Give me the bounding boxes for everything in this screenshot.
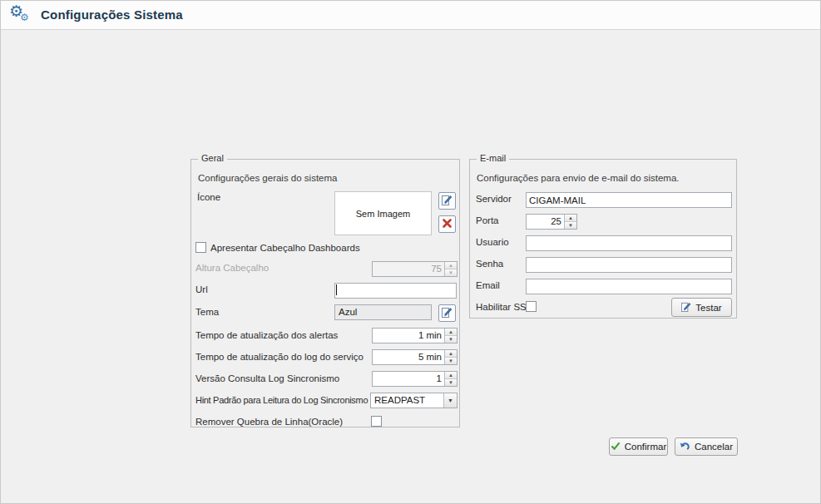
hint-padrao-dropdown[interactable]: READPAST ▼ bbox=[370, 393, 457, 408]
undo-arrow-icon bbox=[680, 441, 690, 452]
apresentar-cabecalho-label: Apresentar Cabeçalho Dashboards bbox=[210, 243, 360, 253]
geral-groupbox: Geral Configurações gerais do sistema Íc… bbox=[190, 159, 460, 427]
confirmar-button-label: Confirmar bbox=[625, 442, 666, 452]
cancelar-button-label: Cancelar bbox=[695, 442, 733, 452]
geral-description: Configurações gerais do sistema bbox=[198, 173, 337, 183]
versao-consulta-spinner[interactable]: 1 ▲ ▼ bbox=[372, 371, 457, 387]
spin-up-button[interactable]: ▲ bbox=[565, 215, 576, 222]
spin-up-button[interactable]: ▲ bbox=[445, 372, 457, 379]
senha-label: Senha bbox=[476, 259, 503, 269]
hint-padrao-value: READPAST bbox=[371, 393, 443, 408]
delete-x-icon bbox=[442, 217, 453, 232]
remover-quebra-label: Remover Quebra de Linha(Oracle) bbox=[195, 417, 343, 427]
page-title: Configurações Sistema bbox=[41, 7, 183, 22]
spin-up-button: ▲ bbox=[445, 262, 457, 269]
tema-field: Azul bbox=[334, 304, 432, 320]
email-groupbox: E-mail Configurações para envio de e-mai… bbox=[469, 159, 737, 319]
tema-value: Azul bbox=[339, 307, 357, 317]
tema-label: Tema bbox=[195, 307, 219, 317]
url-label: Url bbox=[195, 284, 208, 294]
edit-icone-button[interactable] bbox=[438, 192, 456, 210]
test-mail-icon bbox=[681, 302, 691, 314]
porta-spinner[interactable]: 25 ▲ ▼ bbox=[526, 214, 577, 230]
altura-cabecalho-label: Altura Cabeçalho bbox=[195, 263, 269, 273]
tempo-log-label: Tempo de atualização do log do serviço bbox=[195, 352, 364, 362]
spin-down-button[interactable]: ▼ bbox=[445, 358, 457, 364]
spin-up-button[interactable]: ▲ bbox=[445, 329, 457, 336]
email-field-label: Email bbox=[476, 280, 500, 290]
icone-label: Ícone bbox=[197, 192, 220, 202]
senha-input[interactable] bbox=[526, 257, 732, 273]
tempo-log-spinner[interactable]: 5 min ▲ ▼ bbox=[372, 349, 457, 365]
spin-down-button: ▼ bbox=[445, 269, 457, 276]
usuario-input[interactable] bbox=[526, 235, 732, 251]
tempo-alertas-spinner[interactable]: 1 min ▲ ▼ bbox=[372, 328, 457, 343]
habilitar-ssl-checkbox[interactable] bbox=[526, 301, 537, 312]
tempo-alertas-label: Tempo de atualização dos alertas bbox=[195, 330, 338, 340]
icone-image-placeholder[interactable]: Sem Imagem bbox=[334, 191, 432, 235]
configuracoes-sistema-window: ⚙ ⚙ Configurações Sistema Geral Configur… bbox=[0, 0, 821, 504]
check-icon bbox=[611, 442, 621, 452]
spin-down-button[interactable]: ▼ bbox=[445, 336, 457, 343]
apresentar-cabecalho-checkbox[interactable] bbox=[195, 242, 206, 253]
servidor-label: Servidor bbox=[476, 194, 512, 204]
remover-quebra-checkbox[interactable] bbox=[371, 416, 382, 427]
porta-value[interactable]: 25 bbox=[527, 215, 564, 229]
tempo-alertas-value[interactable]: 1 min bbox=[373, 329, 444, 343]
email-description: Configurações para envio de e-mail do si… bbox=[477, 173, 680, 183]
geral-groupbox-legend: Geral bbox=[198, 153, 227, 163]
sem-imagem-text: Sem Imagem bbox=[356, 209, 410, 219]
altura-cabecalho-value: 75 bbox=[373, 262, 444, 276]
chevron-down-icon[interactable]: ▼ bbox=[443, 393, 457, 408]
delete-icone-button[interactable] bbox=[438, 215, 456, 233]
testar-button[interactable]: Testar bbox=[671, 298, 732, 317]
versao-consulta-label: Versão Consulta Log Sincronismo bbox=[195, 373, 339, 383]
spin-up-button[interactable]: ▲ bbox=[445, 350, 457, 358]
servidor-input[interactable] bbox=[526, 192, 732, 208]
versao-consulta-value[interactable]: 1 bbox=[373, 372, 444, 386]
edit-icon bbox=[442, 194, 453, 209]
testar-button-label: Testar bbox=[695, 303, 721, 313]
gears-icon: ⚙ ⚙ bbox=[9, 3, 34, 28]
text-caret bbox=[336, 284, 337, 295]
edit-tema-button[interactable] bbox=[438, 304, 456, 322]
confirmar-button[interactable]: Confirmar bbox=[609, 437, 668, 456]
hint-padrao-label: Hint Padrão para Leitura do Log Sincroni… bbox=[195, 395, 368, 405]
email-groupbox-legend: E-mail bbox=[477, 153, 509, 163]
email-input[interactable] bbox=[526, 279, 732, 294]
spin-down-button[interactable]: ▼ bbox=[565, 222, 576, 229]
altura-cabecalho-spinner: 75 ▲ ▼ bbox=[372, 261, 457, 277]
tempo-log-value[interactable]: 5 min bbox=[373, 350, 444, 364]
spin-down-button[interactable]: ▼ bbox=[445, 379, 457, 386]
habilitar-ssl-label: Habilitar SSL bbox=[476, 302, 532, 312]
usuario-label: Usuario bbox=[476, 237, 509, 247]
cancelar-button[interactable]: Cancelar bbox=[675, 437, 738, 456]
url-input[interactable] bbox=[334, 283, 457, 299]
edit-icon bbox=[442, 306, 453, 321]
porta-label: Porta bbox=[476, 215, 499, 225]
header-bar: ⚙ ⚙ Configurações Sistema bbox=[1, 1, 820, 30]
